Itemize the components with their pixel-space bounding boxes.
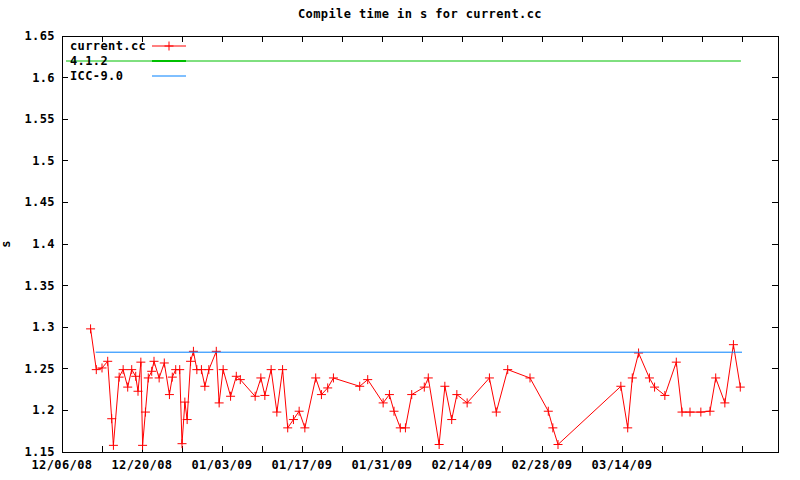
chart-canvas: Compile time in s for current.cc s 1.151… (0, 0, 800, 480)
y-tick-label: 1.2 (32, 403, 55, 417)
y-tick-label: 1.65 (25, 29, 56, 43)
y-tick-label: 1.6 (32, 71, 55, 85)
x-tick-label: 02/14/09 (432, 458, 493, 472)
y-tick-label: 1.55 (25, 112, 56, 126)
y-tick-label: 1.5 (32, 154, 55, 168)
series-current.cc (86, 324, 745, 449)
x-tick-label: 12/06/08 (32, 458, 93, 472)
y-tick-label: 1.45 (25, 195, 56, 209)
x-tick-label: 01/31/09 (352, 458, 413, 472)
legend-label-current.cc: current.cc (70, 39, 146, 53)
x-tick-label: 03/14/09 (592, 458, 653, 472)
legend-sample-current.cc (152, 42, 186, 51)
y-tick-label: 1.15 (25, 445, 56, 459)
y-tick-label: 1.3 (32, 320, 55, 334)
x-tick-label: 01/17/09 (272, 458, 333, 472)
plot-area: 1.151.21.251.31.351.41.451.51.551.61.651… (0, 0, 800, 480)
legend-label-ICC-9.0: ICC-9.0 (70, 69, 123, 83)
y-tick-label: 1.25 (25, 362, 56, 376)
x-tick-label: 01/03/09 (192, 458, 253, 472)
y-tick-label: 1.35 (25, 279, 56, 293)
y-tick-label: 1.4 (32, 237, 55, 251)
x-tick-label: 02/28/09 (512, 458, 573, 472)
x-tick-label: 12/20/08 (112, 458, 173, 472)
legend-label-4.1.2: 4.1.2 (70, 54, 108, 68)
